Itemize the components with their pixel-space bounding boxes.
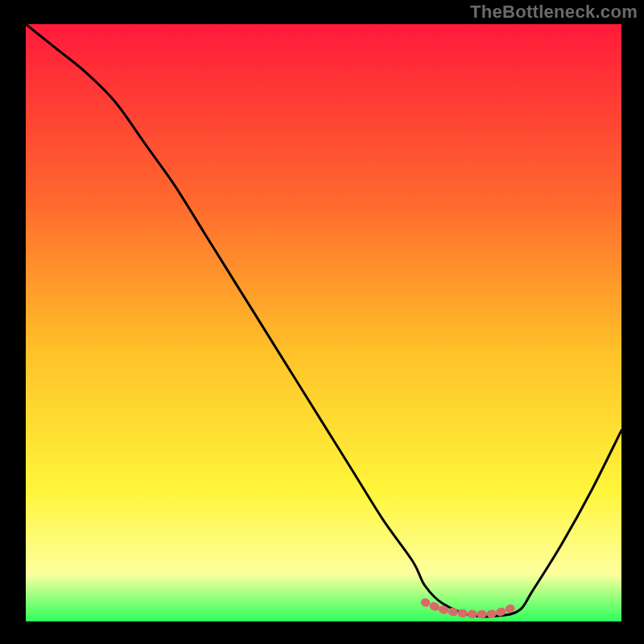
bottleneck-chart bbox=[0, 0, 644, 644]
plot-area bbox=[26, 24, 621, 621]
chart-container: TheBottleneck.com bbox=[0, 0, 644, 644]
watermark-text: TheBottleneck.com bbox=[470, 2, 638, 23]
